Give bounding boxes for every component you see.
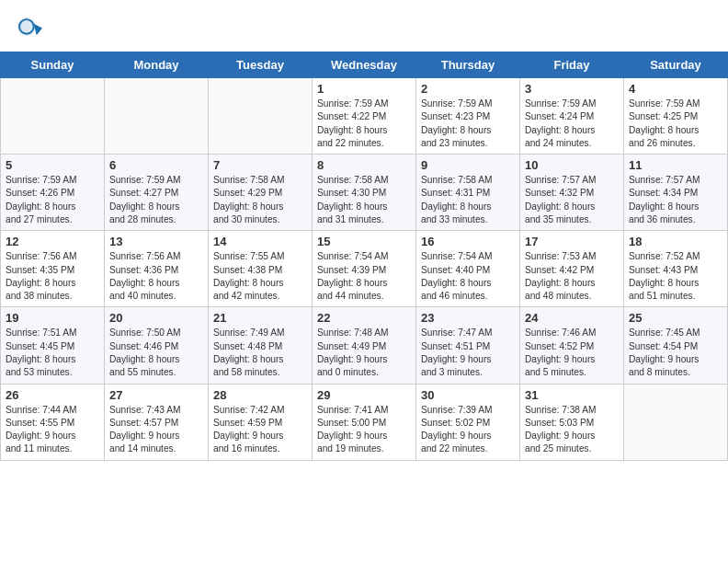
day-info: Sunrise: 7:59 AM Sunset: 4:27 PM Dayligh…	[109, 174, 203, 226]
day-number: 4	[629, 82, 722, 96]
day-info: Sunrise: 7:53 AM Sunset: 4:42 PM Dayligh…	[525, 250, 619, 303]
calendar-cell	[624, 384, 728, 460]
day-number: 6	[109, 158, 203, 172]
day-number: 29	[317, 388, 411, 402]
day-info: Sunrise: 7:52 AM Sunset: 4:43 PM Dayligh…	[629, 250, 722, 303]
calendar-cell: 2Sunrise: 7:59 AM Sunset: 4:23 PM Daylig…	[416, 78, 520, 155]
day-info: Sunrise: 7:51 AM Sunset: 4:45 PM Dayligh…	[6, 327, 99, 379]
day-number: 2	[421, 82, 515, 96]
day-number: 10	[525, 158, 619, 172]
day-info: Sunrise: 7:44 AM Sunset: 4:55 PM Dayligh…	[6, 404, 99, 456]
day-info: Sunrise: 7:39 AM Sunset: 5:02 PM Dayligh…	[421, 404, 515, 456]
calendar-cell	[105, 78, 209, 155]
day-info: Sunrise: 7:54 AM Sunset: 4:40 PM Dayligh…	[421, 250, 515, 303]
calendar-week-3: 12Sunrise: 7:56 AM Sunset: 4:35 PM Dayli…	[1, 231, 728, 307]
day-info: Sunrise: 7:58 AM Sunset: 4:31 PM Dayligh…	[421, 174, 515, 226]
calendar-header-sunday: Sunday	[1, 52, 105, 78]
calendar-cell: 26Sunrise: 7:44 AM Sunset: 4:55 PM Dayli…	[1, 384, 105, 460]
calendar-cell: 3Sunrise: 7:59 AM Sunset: 4:24 PM Daylig…	[520, 78, 624, 155]
day-info: Sunrise: 7:55 AM Sunset: 4:38 PM Dayligh…	[213, 250, 307, 303]
calendar-week-1: 1Sunrise: 7:59 AM Sunset: 4:22 PM Daylig…	[1, 78, 728, 155]
day-info: Sunrise: 7:41 AM Sunset: 5:00 PM Dayligh…	[317, 404, 411, 456]
day-number: 18	[629, 235, 722, 248]
day-info: Sunrise: 7:48 AM Sunset: 4:49 PM Dayligh…	[317, 327, 411, 379]
logo-icon	[17, 17, 42, 42]
logo	[17, 17, 46, 42]
day-info: Sunrise: 7:43 AM Sunset: 4:57 PM Dayligh…	[109, 404, 203, 456]
day-number: 30	[421, 388, 515, 402]
day-number: 13	[109, 235, 203, 248]
day-number: 7	[213, 158, 307, 172]
day-number: 25	[629, 311, 722, 325]
calendar-week-2: 5Sunrise: 7:59 AM Sunset: 4:26 PM Daylig…	[1, 155, 728, 231]
calendar-cell: 17Sunrise: 7:53 AM Sunset: 4:42 PM Dayli…	[520, 231, 624, 307]
calendar-cell: 13Sunrise: 7:56 AM Sunset: 4:36 PM Dayli…	[105, 231, 209, 307]
calendar-cell: 14Sunrise: 7:55 AM Sunset: 4:38 PM Dayli…	[209, 231, 313, 307]
calendar-cell	[1, 78, 105, 155]
calendar-cell: 9Sunrise: 7:58 AM Sunset: 4:31 PM Daylig…	[416, 155, 520, 231]
calendar-header-row: SundayMondayTuesdayWednesdayThursdayFrid…	[1, 52, 728, 78]
calendar-cell: 19Sunrise: 7:51 AM Sunset: 4:45 PM Dayli…	[1, 307, 105, 384]
day-info: Sunrise: 7:50 AM Sunset: 4:46 PM Dayligh…	[109, 327, 203, 379]
day-number: 19	[6, 311, 99, 325]
calendar-cell: 15Sunrise: 7:54 AM Sunset: 4:39 PM Dayli…	[313, 231, 416, 307]
day-number: 11	[629, 158, 722, 172]
day-info: Sunrise: 7:42 AM Sunset: 4:59 PM Dayligh…	[213, 404, 307, 456]
day-number: 24	[525, 311, 619, 325]
calendar-header-monday: Monday	[105, 52, 209, 78]
calendar-cell: 1Sunrise: 7:59 AM Sunset: 4:22 PM Daylig…	[313, 78, 416, 155]
day-info: Sunrise: 7:38 AM Sunset: 5:03 PM Dayligh…	[525, 404, 619, 456]
page-header	[0, 0, 728, 50]
calendar-cell: 5Sunrise: 7:59 AM Sunset: 4:26 PM Daylig…	[1, 155, 105, 231]
day-number: 23	[421, 311, 515, 325]
day-number: 17	[525, 235, 619, 248]
day-number: 1	[317, 82, 411, 96]
calendar-week-4: 19Sunrise: 7:51 AM Sunset: 4:45 PM Dayli…	[1, 307, 728, 384]
day-info: Sunrise: 7:58 AM Sunset: 4:29 PM Dayligh…	[213, 174, 307, 226]
calendar-header-friday: Friday	[520, 52, 624, 78]
day-info: Sunrise: 7:59 AM Sunset: 4:23 PM Dayligh…	[421, 98, 515, 150]
day-info: Sunrise: 7:49 AM Sunset: 4:48 PM Dayligh…	[213, 327, 307, 379]
calendar-cell: 16Sunrise: 7:54 AM Sunset: 4:40 PM Dayli…	[416, 231, 520, 307]
day-info: Sunrise: 7:59 AM Sunset: 4:22 PM Dayligh…	[317, 98, 411, 150]
calendar-cell: 22Sunrise: 7:48 AM Sunset: 4:49 PM Dayli…	[313, 307, 416, 384]
calendar-cell: 27Sunrise: 7:43 AM Sunset: 4:57 PM Dayli…	[105, 384, 209, 460]
calendar-header-thursday: Thursday	[416, 52, 520, 78]
day-info: Sunrise: 7:47 AM Sunset: 4:51 PM Dayligh…	[421, 327, 515, 379]
day-info: Sunrise: 7:56 AM Sunset: 4:35 PM Dayligh…	[6, 250, 99, 303]
calendar-cell: 12Sunrise: 7:56 AM Sunset: 4:35 PM Dayli…	[1, 231, 105, 307]
day-number: 22	[317, 311, 411, 325]
calendar-cell: 24Sunrise: 7:46 AM Sunset: 4:52 PM Dayli…	[520, 307, 624, 384]
day-number: 26	[6, 388, 99, 402]
day-info: Sunrise: 7:59 AM Sunset: 4:24 PM Dayligh…	[525, 98, 619, 150]
calendar-week-5: 26Sunrise: 7:44 AM Sunset: 4:55 PM Dayli…	[1, 384, 728, 460]
day-number: 3	[525, 82, 619, 96]
calendar-cell	[209, 78, 313, 155]
day-number: 15	[317, 235, 411, 248]
day-number: 31	[525, 388, 619, 402]
calendar-header-tuesday: Tuesday	[209, 52, 313, 78]
day-number: 12	[6, 235, 99, 248]
calendar-cell: 18Sunrise: 7:52 AM Sunset: 4:43 PM Dayli…	[624, 231, 728, 307]
calendar-cell: 21Sunrise: 7:49 AM Sunset: 4:48 PM Dayli…	[209, 307, 313, 384]
calendar-cell: 29Sunrise: 7:41 AM Sunset: 5:00 PM Dayli…	[313, 384, 416, 460]
day-info: Sunrise: 7:57 AM Sunset: 4:32 PM Dayligh…	[525, 174, 619, 226]
day-number: 14	[213, 235, 307, 248]
calendar-table: SundayMondayTuesdayWednesdayThursdayFrid…	[0, 52, 728, 461]
day-info: Sunrise: 7:58 AM Sunset: 4:30 PM Dayligh…	[317, 174, 411, 226]
calendar-header-saturday: Saturday	[624, 52, 728, 78]
day-number: 8	[317, 158, 411, 172]
day-info: Sunrise: 7:59 AM Sunset: 4:26 PM Dayligh…	[6, 174, 99, 226]
calendar-cell: 31Sunrise: 7:38 AM Sunset: 5:03 PM Dayli…	[520, 384, 624, 460]
day-number: 21	[213, 311, 307, 325]
calendar-cell: 30Sunrise: 7:39 AM Sunset: 5:02 PM Dayli…	[416, 384, 520, 460]
day-number: 28	[213, 388, 307, 402]
day-number: 27	[109, 388, 203, 402]
day-info: Sunrise: 7:46 AM Sunset: 4:52 PM Dayligh…	[525, 327, 619, 379]
day-number: 9	[421, 158, 515, 172]
day-info: Sunrise: 7:57 AM Sunset: 4:34 PM Dayligh…	[629, 174, 722, 226]
day-number: 20	[109, 311, 203, 325]
day-info: Sunrise: 7:56 AM Sunset: 4:36 PM Dayligh…	[109, 250, 203, 303]
calendar-cell: 25Sunrise: 7:45 AM Sunset: 4:54 PM Dayli…	[624, 307, 728, 384]
calendar-page: SundayMondayTuesdayWednesdayThursdayFrid…	[0, 0, 728, 563]
